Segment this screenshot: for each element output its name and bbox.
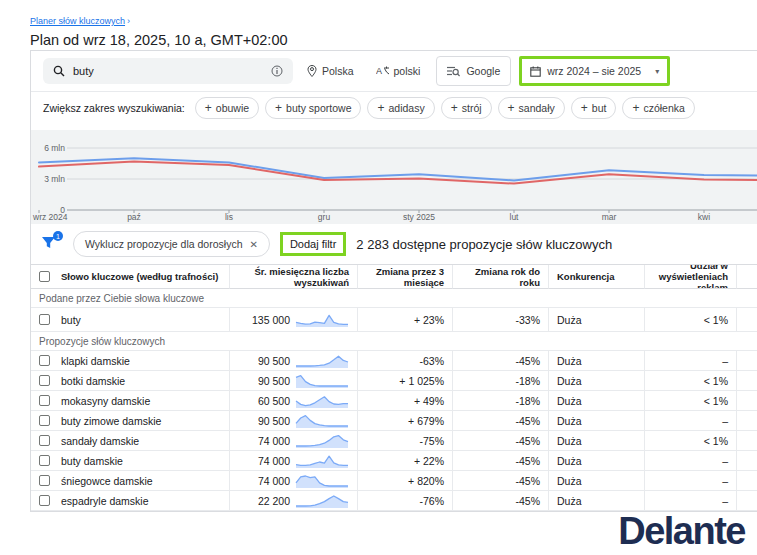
change-3m-cell-value: + 820% bbox=[408, 475, 444, 487]
exclude-adult-filter-chip[interactable]: Wyklucz propozycje dla dorosłych ✕ bbox=[73, 231, 270, 257]
header-cut-column bbox=[736, 265, 757, 289]
delante-logo: Delante bbox=[618, 510, 745, 553]
avg-searches-cell: 74 000 bbox=[229, 471, 357, 491]
table-row: klapki damskie90 500-63%-45%Duża– bbox=[31, 351, 757, 371]
breadcrumb-separator: › bbox=[127, 16, 130, 26]
expand-keyword-chip[interactable]: +buty sportowe bbox=[265, 97, 361, 119]
ad-share-cell: – bbox=[644, 351, 736, 371]
ad-share-cell-value: – bbox=[722, 495, 728, 507]
keyword-label[interactable]: mokasyny damskie bbox=[61, 395, 150, 407]
chip-label: but bbox=[592, 102, 607, 114]
ad-share-cell: – bbox=[644, 411, 736, 431]
table-row: botki damskie90 500+ 1 025%-18%Duża< 1% bbox=[31, 371, 757, 391]
x-axis-tick: mar bbox=[602, 212, 617, 222]
add-filter-button[interactable]: Dodaj filtr bbox=[280, 232, 346, 256]
row-checkbox[interactable] bbox=[39, 375, 50, 386]
date-range-selector[interactable]: wrz 2024 – sie 2025 ▾ bbox=[519, 56, 670, 86]
cut-cell bbox=[736, 411, 757, 431]
expand-keyword-chip[interactable]: +strój bbox=[441, 97, 492, 119]
yoy-change-cell-value: -45% bbox=[515, 415, 540, 427]
keyword-label[interactable]: sandały damskie bbox=[61, 435, 139, 447]
header-ad-impression-share[interactable]: Udział w wyświetleniach reklam bbox=[644, 265, 736, 289]
yoy-change-cell-value: -45% bbox=[515, 475, 540, 487]
filter-funnel-icon[interactable]: 1 bbox=[41, 235, 61, 253]
avg-searches-cell-value: 22 200 bbox=[258, 495, 290, 507]
header-yoy-change[interactable]: Zmiana rok do roku bbox=[452, 265, 548, 289]
search-volume-sparkline bbox=[295, 353, 349, 369]
avg-searches-cell: 135 000 bbox=[229, 308, 357, 332]
expand-keyword-chip[interactable]: +obuwie bbox=[195, 97, 259, 119]
change-3m-cell-value: -76% bbox=[419, 495, 444, 507]
keyword-table: Słowo kluczowe (według trafności) Śr. mi… bbox=[31, 264, 757, 511]
keyword-chip-list: +obuwie+buty sportowe+adidasy+strój+sand… bbox=[195, 97, 695, 119]
table-row: mokasyny damskie60 500+ 49%-18%Duża< 1% bbox=[31, 391, 757, 411]
row-checkbox[interactable] bbox=[39, 415, 50, 426]
network-selector[interactable]: Google bbox=[436, 56, 511, 86]
search-volume-sparkline bbox=[295, 453, 349, 469]
ad-share-cell: < 1% bbox=[644, 371, 736, 391]
table-row: śniegowce damskie74 000+ 820%-45%Duża– bbox=[31, 471, 757, 491]
change-3m-cell: + 22% bbox=[357, 451, 452, 471]
change-3m-cell: + 820% bbox=[357, 471, 452, 491]
chip-label: obuwie bbox=[216, 102, 249, 114]
expand-search-row: Zwiększ zakres wyszukiwania: +obuwie+but… bbox=[31, 91, 757, 124]
competition-cell-value: Duża bbox=[557, 415, 582, 427]
keyword-label[interactable]: klapki damskie bbox=[61, 355, 130, 367]
keyword-cell: sandały damskie bbox=[31, 431, 229, 451]
filter-count-badge: 1 bbox=[53, 231, 63, 241]
chip-label: adidasy bbox=[389, 102, 425, 114]
header-avg-searches[interactable]: Śr. miesięczna liczba wyszukiwań bbox=[229, 265, 357, 289]
keyword-label[interactable]: śniegowce damskie bbox=[61, 475, 153, 487]
keyword-planner-page: Planer słów kluczowych› Plan od wrz 18, … bbox=[0, 0, 757, 555]
language-selector[interactable]: A polski bbox=[376, 65, 421, 77]
keyword-label[interactable]: botki damskie bbox=[61, 375, 125, 387]
chip-label: buty sportowe bbox=[286, 102, 351, 114]
location-label: Polska bbox=[322, 65, 354, 77]
select-all-checkbox[interactable] bbox=[39, 271, 50, 282]
keyword-cell: espadryle damskie bbox=[31, 491, 229, 511]
expand-keyword-chip[interactable]: +adidasy bbox=[367, 97, 434, 119]
avg-searches-cell-value: 90 500 bbox=[258, 375, 290, 387]
change-3m-cell: + 49% bbox=[357, 391, 452, 411]
row-checkbox[interactable] bbox=[39, 495, 50, 506]
row-checkbox[interactable] bbox=[39, 435, 50, 446]
search-query-text: buty bbox=[73, 65, 94, 77]
plus-icon: + bbox=[632, 101, 639, 115]
cut-cell bbox=[736, 371, 757, 391]
header-change-3m[interactable]: Zmiana przez 3 miesiące bbox=[357, 265, 452, 289]
close-icon[interactable]: ✕ bbox=[249, 239, 257, 250]
cut-cell bbox=[736, 351, 757, 371]
row-checkbox[interactable] bbox=[39, 395, 50, 406]
expand-keyword-chip[interactable]: +sandały bbox=[498, 97, 565, 119]
ad-share-cell: < 1% bbox=[644, 308, 736, 332]
avg-searches-cell: 22 200 bbox=[229, 491, 357, 511]
competition-cell: Duża bbox=[548, 471, 644, 491]
keyword-label[interactable]: espadryle damskie bbox=[61, 495, 149, 507]
competition-cell-value: Duża bbox=[557, 375, 582, 387]
change-3m-cell: + 23% bbox=[357, 308, 452, 332]
keyword-label[interactable]: buty damskie bbox=[61, 455, 123, 467]
keyword-search-input[interactable]: buty bbox=[43, 58, 293, 84]
row-checkbox[interactable] bbox=[39, 475, 50, 486]
info-icon[interactable] bbox=[271, 65, 283, 77]
results-count-text: 2 283 dostępne propozycje słów kluczowyc… bbox=[356, 237, 612, 252]
x-axis-tick: wrz 2024 bbox=[33, 212, 68, 222]
plus-icon: + bbox=[377, 101, 384, 115]
yoy-change-cell-value: -45% bbox=[515, 355, 540, 367]
row-checkbox[interactable] bbox=[39, 455, 50, 466]
row-checkbox[interactable] bbox=[39, 355, 50, 366]
breadcrumb[interactable]: Planer słów kluczowych bbox=[30, 16, 125, 26]
keyword-label[interactable]: buty bbox=[61, 314, 81, 326]
competition-cell-value: Duża bbox=[557, 314, 582, 326]
change-3m-cell: + 679% bbox=[357, 411, 452, 431]
row-checkbox[interactable] bbox=[39, 314, 50, 325]
ad-share-cell: – bbox=[644, 451, 736, 471]
ad-share-cell: – bbox=[644, 491, 736, 511]
header-competition[interactable]: Konkurencja bbox=[548, 265, 644, 289]
page-title: Plan od wrz 18, 2025, 10 a, GMT+02:00 bbox=[30, 32, 757, 48]
expand-keyword-chip[interactable]: +but bbox=[571, 97, 617, 119]
expand-keyword-chip[interactable]: +czółenka bbox=[622, 97, 694, 119]
competition-cell-value: Duża bbox=[557, 395, 582, 407]
keyword-label[interactable]: buty zimowe damskie bbox=[61, 415, 161, 427]
location-selector[interactable]: Polska bbox=[307, 65, 354, 77]
